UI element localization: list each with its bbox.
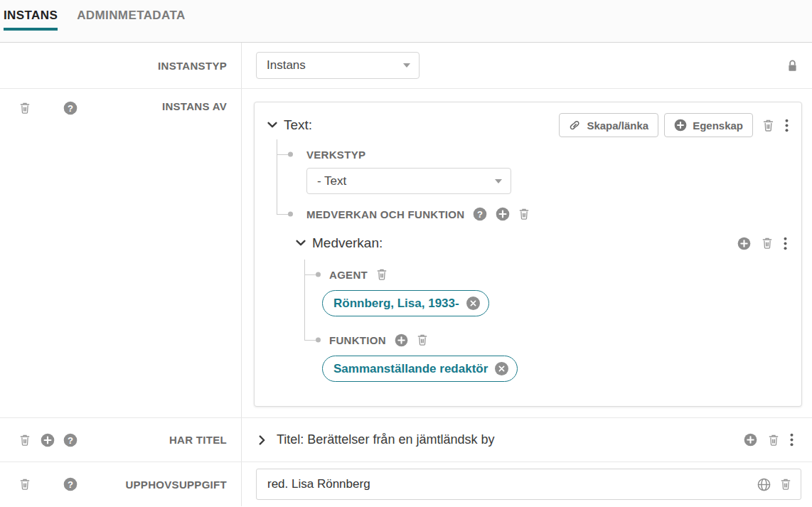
funktion-field: FUNKTION bbox=[267, 329, 789, 351]
svg-text:?: ? bbox=[68, 479, 73, 490]
svg-text:?: ? bbox=[68, 434, 73, 445]
har-titel-left-actions: ? bbox=[14, 432, 82, 448]
instanstyp-label: INSTANSTYP bbox=[158, 60, 227, 72]
tab-adminmetadata[interactable]: ADMINMETADATA bbox=[77, 9, 186, 31]
trash-icon[interactable] bbox=[14, 100, 36, 116]
verkstyp-select[interactable]: - Text bbox=[306, 168, 511, 194]
trash-icon[interactable] bbox=[780, 478, 791, 491]
entity-field-tree: VERKSTYP - Text MEDVERKAN OCH FUNKTION ? bbox=[267, 144, 789, 225]
upphovsuppgift-content bbox=[242, 462, 812, 506]
help-icon[interactable]: ? bbox=[473, 207, 487, 221]
tree-dot bbox=[288, 212, 293, 217]
help-icon[interactable]: ? bbox=[59, 432, 82, 448]
upphovsuppgift-left-actions: ? bbox=[14, 476, 82, 492]
instans-av-label: INSTANS AV bbox=[162, 100, 227, 112]
medverkan-actions bbox=[737, 237, 787, 250]
funktion-chip[interactable]: Sammanställande redaktör bbox=[322, 356, 518, 382]
tree-dot bbox=[316, 272, 321, 277]
trash-icon[interactable] bbox=[768, 434, 779, 447]
upphovsuppgift-label: UPPHOVSUPPGIFT bbox=[125, 479, 227, 491]
medverkan-title: Medverkan: bbox=[312, 235, 383, 251]
medverkan-och-funktion-field: MEDVERKAN OCH FUNKTION ? bbox=[267, 203, 789, 225]
add-icon[interactable] bbox=[36, 432, 59, 448]
verkstyp-select-value: - Text bbox=[317, 174, 346, 188]
chevron-down-icon bbox=[495, 179, 502, 183]
trash-icon[interactable] bbox=[376, 268, 388, 281]
har-titel-label-col: ? HAR TITEL bbox=[0, 418, 242, 461]
instanstyp-select-value: Instans bbox=[267, 58, 306, 73]
add-icon[interactable] bbox=[744, 433, 757, 447]
upphovsuppgift-input[interactable] bbox=[267, 477, 757, 491]
agent-chip[interactable]: Rönnberg, Lisa, 1933- bbox=[322, 290, 489, 316]
create-link-button[interactable]: Skapa/länka bbox=[559, 113, 658, 137]
entity-panel-header: Text: Skapa/länka bbox=[267, 112, 789, 138]
verkstyp-field: VERKSTYP bbox=[267, 144, 789, 165]
remove-icon[interactable] bbox=[495, 362, 508, 375]
funktion-chip-label: Sammanställande redaktör bbox=[333, 362, 488, 376]
instanstyp-label-col: INSTANSTYP bbox=[0, 43, 242, 88]
entity-header-actions: Skapa/länka Egenskap bbox=[559, 113, 789, 137]
add-icon[interactable] bbox=[496, 207, 510, 221]
globe-icon[interactable] bbox=[757, 478, 771, 491]
entity-collapse-toggle[interactable]: Text: bbox=[267, 117, 312, 133]
tab-bar: INSTANS ADMINMETADATA bbox=[0, 0, 812, 43]
trash-icon[interactable] bbox=[14, 476, 36, 492]
create-link-button-label: Skapa/länka bbox=[587, 119, 648, 132]
instanstyp-select[interactable]: Instans bbox=[256, 52, 420, 79]
har-titel-label: HAR TITEL bbox=[169, 434, 227, 446]
chevron-down-icon bbox=[296, 240, 306, 247]
chevron-down-icon bbox=[403, 63, 410, 68]
medverkan-och-funktion-label: MEDVERKAN OCH FUNKTION bbox=[306, 208, 464, 220]
row-instanstyp: INSTANSTYP Instans bbox=[0, 43, 812, 89]
help-icon[interactable]: ? bbox=[59, 100, 82, 116]
empty-slot bbox=[36, 476, 59, 492]
medverkan-header: Medverkan: bbox=[296, 233, 789, 254]
upphovsuppgift-field bbox=[256, 469, 801, 500]
link-icon bbox=[569, 119, 581, 132]
row-upphovsuppgift: ? UPPHOVSUPPGIFT bbox=[0, 462, 812, 506]
tree-dot bbox=[288, 152, 293, 157]
remove-icon[interactable] bbox=[466, 297, 480, 310]
trash-icon[interactable] bbox=[14, 432, 36, 448]
add-icon[interactable] bbox=[737, 237, 751, 250]
svg-text:?: ? bbox=[68, 103, 73, 114]
har-titel-actions bbox=[744, 433, 794, 447]
trash-icon[interactable] bbox=[762, 237, 773, 250]
har-titel-value: Titel: Berättelser från en jämtländsk by bbox=[277, 432, 494, 447]
trash-icon[interactable] bbox=[762, 119, 774, 132]
instans-av-left-actions: ? bbox=[14, 100, 82, 116]
chevron-right-icon bbox=[259, 435, 266, 445]
add-property-button[interactable]: Egenskap bbox=[664, 113, 753, 137]
add-icon[interactable] bbox=[395, 333, 408, 347]
trash-icon[interactable] bbox=[417, 333, 428, 346]
kebab-menu-icon[interactable] bbox=[784, 237, 787, 250]
har-titel-content: Titel: Berättelser från en jämtländsk by bbox=[242, 418, 812, 461]
kebab-menu-icon[interactable] bbox=[790, 433, 794, 447]
agent-chip-label: Rönnberg, Lisa, 1933- bbox=[333, 297, 459, 311]
instans-av-content: Text: Skapa/länka bbox=[242, 89, 812, 417]
row-har-titel: ? HAR TITEL Titel: Berättelser från en j… bbox=[0, 418, 812, 462]
funktion-chip-row: Sammanställande redaktör bbox=[322, 356, 789, 382]
har-titel-expand-toggle[interactable]: Titel: Berättelser från en jämtländsk by bbox=[259, 432, 744, 447]
instanstyp-content: Instans bbox=[242, 43, 812, 88]
tab-instans[interactable]: INSTANS bbox=[4, 9, 58, 31]
upphovsuppgift-field-actions bbox=[757, 478, 791, 491]
row-instans-av: ? INSTANS AV Text: bbox=[0, 89, 812, 418]
record-editor: INSTANS ADMINMETADATA INSTANSTYP Instans bbox=[0, 0, 812, 507]
medverkan-collapse-toggle[interactable]: Medverkan: bbox=[296, 235, 383, 251]
agent-chip-row: Rönnberg, Lisa, 1933- bbox=[322, 290, 789, 316]
kebab-menu-icon[interactable] bbox=[785, 119, 789, 132]
instans-av-label-col: ? INSTANS AV bbox=[0, 89, 242, 417]
medverkan-subentity: Medverkan: bbox=[267, 233, 789, 382]
trash-icon[interactable] bbox=[518, 208, 530, 220]
upphovsuppgift-label-col: ? UPPHOVSUPPGIFT bbox=[0, 462, 242, 506]
entity-title: Text: bbox=[284, 117, 312, 133]
help-icon[interactable]: ? bbox=[59, 476, 82, 492]
add-property-button-label: Egenskap bbox=[693, 119, 743, 132]
medverkan-field-tree: AGENT Rönnberg, Lisa, 1933- bbox=[267, 264, 789, 382]
tree-dot bbox=[316, 338, 321, 343]
plus-circle-icon bbox=[674, 119, 687, 132]
entity-panel-text: Text: Skapa/länka bbox=[254, 102, 802, 407]
chevron-down-icon bbox=[267, 122, 277, 129]
agent-label: AGENT bbox=[329, 269, 368, 281]
